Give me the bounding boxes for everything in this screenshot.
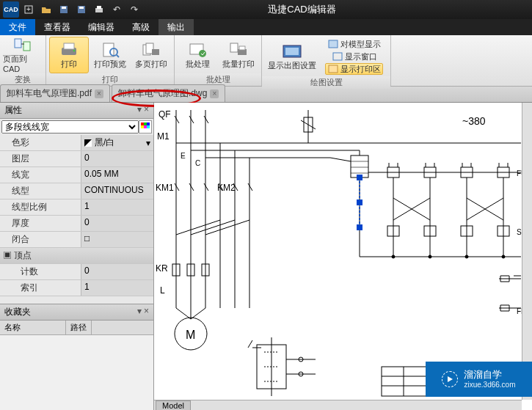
tab-viewer[interactable]: 查看器 [35, 19, 79, 35]
new-icon[interactable]: + [21, 1, 37, 18]
svg-rect-32 [141, 125, 144, 128]
prop-row[interactable]: 图层0 [0, 151, 153, 167]
svg-text:KM1: KM1 [156, 183, 174, 193]
undo-icon[interactable]: ↶ [109, 1, 125, 18]
doctab-pdf[interactable]: 卸料车电气原理图.pdf × [0, 84, 110, 102]
properties-title: 属性 ▾ × [0, 103, 153, 119]
app-icon[interactable]: CAD [3, 1, 19, 18]
doctab-dwg[interactable]: 卸料车电气原理图.dwg × [112, 84, 225, 102]
svg-rect-28 [329, 65, 338, 73]
brand-watermark: 溜溜自学 zixue.3d66.com [426, 362, 532, 397]
properties-panel: 属性 ▾ × 多段线线宽 色彩 黑/白▾ 图层0线宽0.05 MM线型CONTI… [0, 103, 154, 410]
tab-editor[interactable]: 编辑器 [79, 19, 123, 35]
favorites-header: 名称 路径 [0, 321, 153, 335]
ribbon-group-print: 打印 打印预览 多页打印 打印 [46, 35, 175, 86]
quick-access-toolbar: CAD + ↶ ↷ [0, 1, 145, 18]
save-icon[interactable] [56, 1, 72, 18]
panel-collapse-icon[interactable]: ▾ × [137, 306, 149, 318]
svg-rect-27 [333, 53, 342, 60]
svg-rect-26 [329, 40, 338, 48]
svg-rect-34 [147, 125, 150, 128]
svg-text:M: M [186, 329, 195, 341]
svg-rect-5 [79, 7, 84, 9]
open-icon[interactable] [38, 1, 54, 18]
svg-rect-31 [147, 122, 150, 125]
print-button[interactable]: 打印 [49, 37, 89, 73]
model-tab[interactable]: Model [156, 400, 191, 411]
print-qat-icon[interactable] [91, 1, 107, 18]
close-icon[interactable]: × [95, 89, 103, 98]
svg-rect-18 [152, 49, 159, 55]
redo-icon[interactable]: ↷ [126, 1, 142, 18]
batch-button[interactable]: 批处理 [178, 37, 217, 73]
multi-print-button[interactable]: 多页打印 [131, 37, 171, 73]
batch-print-button[interactable]: 批量打印 [219, 37, 258, 73]
app-title: 迅捷CAD编辑器 [145, 3, 532, 16]
horizontal-scrollbar[interactable]: Model [154, 400, 522, 410]
svg-point-100 [429, 255, 431, 258]
favorites-list[interactable] [0, 335, 153, 410]
prop-row[interactable]: 闭合□ [0, 232, 153, 248]
prop-row[interactable]: 线型比例1 [0, 199, 153, 216]
ribbon: 页面到 CAD 变换 打印 打印预览 多页打印 打印 批处理 [0, 35, 532, 87]
svg-rect-11 [64, 43, 74, 49]
vertical-scrollbar[interactable] [522, 103, 532, 400]
favorites-panel: 收藏夹▾ × 名称 路径 [0, 304, 153, 410]
svg-rect-71 [351, 155, 368, 177]
panel-collapse-icon[interactable]: ▾ × [137, 104, 149, 117]
svg-point-20 [199, 50, 206, 57]
svg-text:KR: KR [156, 263, 168, 274]
svg-point-102 [502, 255, 505, 258]
svg-point-99 [392, 255, 395, 258]
svg-text:M1: M1 [157, 131, 170, 142]
model-display-button[interactable]: 对模型显示 [325, 38, 383, 50]
svg-rect-21 [230, 43, 238, 52]
svg-text:~380: ~380 [462, 115, 486, 127]
prop-row[interactable]: 索引1 [0, 280, 153, 296]
svg-line-73 [330, 158, 351, 161]
play-icon [442, 371, 458, 387]
titlebar: CAD + ↶ ↷ 迅捷CAD编辑器 [0, 0, 532, 19]
prop-row[interactable]: 计数0 [0, 264, 153, 280]
svg-rect-77 [357, 175, 362, 180]
svg-rect-8 [15, 39, 21, 48]
show-plot-area-button[interactable]: 显示打印区 [325, 63, 383, 75]
selection-type-select[interactable]: 多段线线宽 [1, 120, 139, 133]
ribbon-group-transform: 页面到 CAD 变换 [0, 35, 46, 86]
ribbon-group-plot: 显示出图设置 对模型显示 显示窗口 显示打印区 绘图设置 [262, 35, 391, 86]
print-preview-button[interactable]: 打印预览 [90, 37, 130, 73]
tab-output[interactable]: 输出 [158, 19, 194, 35]
svg-text:C: C [195, 159, 200, 167]
page-to-cad-button[interactable]: 页面到 CAD [3, 37, 43, 73]
svg-rect-9 [23, 42, 30, 51]
prop-section-vertex[interactable]: ▣ 顶点 [0, 248, 153, 264]
selection-combo[interactable]: 多段线线宽 [1, 120, 152, 133]
tab-file[interactable]: 文件 [0, 19, 35, 35]
svg-text:+: + [26, 5, 31, 13]
palette-icon[interactable] [139, 120, 152, 133]
svg-line-15 [117, 55, 119, 57]
prop-row[interactable]: 线宽0.05 MM [0, 167, 153, 183]
svg-rect-30 [144, 122, 147, 125]
svg-rect-33 [144, 125, 147, 128]
svg-text:E: E [181, 152, 186, 160]
show-window-button[interactable]: 显示窗口 [325, 51, 383, 62]
svg-rect-78 [357, 199, 362, 205]
close-icon[interactable]: × [210, 89, 219, 98]
svg-text:L: L [160, 285, 165, 296]
prop-row[interactable]: 厚度0 [0, 216, 153, 232]
svg-rect-29 [141, 122, 144, 125]
svg-rect-7 [97, 6, 101, 9]
svg-rect-25 [285, 48, 299, 55]
prop-row[interactable]: 线型CONTINUOUS [0, 183, 153, 199]
ribbon-group-batch: 批处理 批量打印 批处理 [175, 35, 262, 86]
svg-rect-3 [62, 7, 66, 9]
svg-rect-23 [239, 46, 245, 50]
document-tabs: 卸料车电气原理图.pdf × 卸料车电气原理图.dwg × [0, 87, 532, 103]
prop-row-color[interactable]: 色彩 黑/白▾ [0, 135, 153, 151]
group-label-plot: 绘图设置 [262, 76, 390, 89]
plot-settings-button[interactable]: 显示出图设置 [265, 38, 319, 75]
tab-advanced[interactable]: 高级 [123, 19, 158, 35]
saveas-icon[interactable] [73, 1, 90, 18]
svg-point-12 [73, 49, 76, 51]
